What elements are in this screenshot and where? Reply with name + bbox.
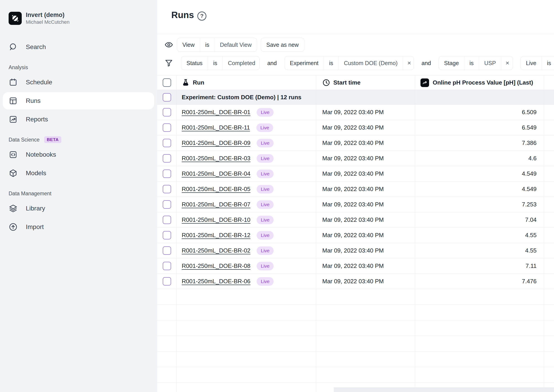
filter-chip-experiment: Experiment is Custom DOE (Demo) × <box>284 56 414 70</box>
row-checkbox[interactable] <box>163 123 171 132</box>
row-checkbox[interactable] <box>163 154 171 162</box>
ph-value-cell: 7.11 <box>415 258 544 273</box>
sidebar-item-notebooks[interactable]: Notebooks <box>3 146 154 163</box>
filter-bar: Status is Completed and Experiment is Cu… <box>164 56 554 70</box>
column-header-overflow <box>544 76 554 90</box>
group-checkbox[interactable] <box>163 93 171 102</box>
empty-table-row <box>157 367 554 383</box>
table-body: R001-250mL_DOE-BR-01 Live Mar 09, 2022 0… <box>157 105 554 392</box>
run-link[interactable]: R001-250mL_DOE-BR-02 <box>182 247 250 254</box>
start-time-cell: Mar 09, 2022 03:40 PM <box>316 120 415 135</box>
table-row: R001-250mL_DOE-BR-12 Live Mar 09, 2022 0… <box>157 228 554 243</box>
filter-field[interactable]: Status <box>181 56 208 70</box>
column-header-start-time[interactable]: Start time <box>316 76 415 90</box>
row-checkbox[interactable] <box>163 169 171 178</box>
run-link[interactable]: R001-250mL_DOE-BR-08 <box>182 262 250 269</box>
sidebar-item-search[interactable]: Search <box>3 38 154 56</box>
table-row: R001-250mL_DOE-BR-08 Live Mar 09, 2022 0… <box>157 258 554 274</box>
sidebar-item-schedule[interactable]: Schedule <box>3 74 154 91</box>
table-row: R001-250mL_DOE-BR-10 Live Mar 09, 2022 0… <box>157 212 554 228</box>
help-icon[interactable]: ? <box>197 12 206 21</box>
row-checkbox[interactable] <box>163 139 171 147</box>
live-badge: Live <box>257 231 273 240</box>
calendar-icon <box>9 78 18 87</box>
org-name: Invert (demo) <box>26 11 70 19</box>
filter-field[interactable]: Live <box>521 56 541 70</box>
view-field[interactable]: View <box>177 38 200 52</box>
ph-value-cell: 4.55 <box>415 228 544 243</box>
run-link[interactable]: R001-250mL_DOE-BR-09 <box>182 140 250 147</box>
sidebar-item-import[interactable]: Import <box>3 218 154 236</box>
start-time-cell: Mar 09, 2022 03:40 PM <box>316 274 415 289</box>
ph-value-cell: 7.04 <box>415 212 544 227</box>
row-checkbox[interactable] <box>163 185 171 193</box>
sidebar-item-runs[interactable]: Runs <box>3 92 154 109</box>
trend-icon <box>420 78 429 87</box>
run-link[interactable]: R001-250mL_DOE-BR-05 <box>182 186 250 193</box>
runs-table: Run Start time Online pH Process Value [… <box>157 75 554 392</box>
live-badge: Live <box>257 185 273 194</box>
live-badge: Live <box>257 108 273 117</box>
search-icon <box>9 42 18 52</box>
view-operator[interactable]: is <box>200 38 215 52</box>
start-time-cell: Mar 09, 2022 03:40 PM <box>316 258 415 273</box>
start-time-cell: Mar 09, 2022 03:40 PM <box>316 212 415 227</box>
filter-operator[interactable]: is <box>541 56 554 70</box>
section-label-data-management: Data Management <box>0 190 157 197</box>
sidebar-item-models[interactable]: Models <box>3 165 154 182</box>
eye-icon <box>164 40 173 49</box>
select-all-checkbox[interactable] <box>163 78 171 87</box>
row-checkbox[interactable] <box>163 231 171 239</box>
filter-chip-status: Status is Completed <box>181 56 259 70</box>
filter-field[interactable]: Experiment <box>285 56 324 70</box>
row-checkbox[interactable] <box>163 262 171 270</box>
row-checkbox[interactable] <box>163 246 171 255</box>
live-badge: Live <box>257 139 273 147</box>
invert-logo-icon <box>9 12 22 25</box>
empty-table-row <box>157 336 554 351</box>
code-icon <box>9 150 18 159</box>
user-name: Michael McCutchen <box>26 19 70 26</box>
filter-value[interactable]: USP <box>479 56 501 70</box>
ph-value-cell: 7.476 <box>415 274 544 289</box>
row-checkbox[interactable] <box>163 216 171 224</box>
view-chip: View is Default View <box>177 38 257 52</box>
sidebar-item-label: Search <box>26 43 46 51</box>
remove-filter-icon[interactable]: × <box>501 56 513 70</box>
run-link[interactable]: R001-250mL_DOE-BR-01 <box>182 109 250 116</box>
filter-value[interactable]: Custom DOE (Demo) <box>338 56 403 70</box>
run-link[interactable]: R001-250mL_DOE-BR-06 <box>182 278 250 285</box>
section-label-analysis: Analysis <box>0 64 157 71</box>
row-checkbox[interactable] <box>163 200 171 209</box>
column-header-run[interactable]: Run <box>177 76 316 90</box>
horizontal-scrollbar[interactable] <box>334 387 554 392</box>
row-checkbox[interactable] <box>163 108 171 116</box>
column-header-ph[interactable]: Online pH Process Value [pH] (Last) <box>415 76 544 90</box>
run-link[interactable]: R001-250mL_DOE-BR-11 <box>182 124 250 131</box>
filter-field[interactable]: Stage <box>439 56 464 70</box>
table-row: R001-250mL_DOE-BR-01 Live Mar 09, 2022 0… <box>157 105 554 120</box>
start-time-cell: Mar 09, 2022 03:40 PM <box>316 105 415 120</box>
filter-operator[interactable]: is <box>208 56 223 70</box>
sidebar-item-library[interactable]: Library <box>3 200 154 217</box>
live-badge: Live <box>257 277 273 286</box>
run-link[interactable]: R001-250mL_DOE-BR-10 <box>182 216 250 223</box>
filter-operator[interactable]: is <box>464 56 479 70</box>
filter-operator[interactable]: is <box>324 56 338 70</box>
live-badge: Live <box>257 246 273 255</box>
row-checkbox[interactable] <box>163 277 171 286</box>
ph-value-cell: 4.6 <box>415 151 544 166</box>
filter-funnel-icon <box>164 59 173 68</box>
sidebar-item-reports[interactable]: Notebooks Reports <box>3 111 154 128</box>
main-content: Runs ? View is Default View Save as new … <box>157 0 554 392</box>
run-link[interactable]: R001-250mL_DOE-BR-12 <box>182 232 250 239</box>
run-link[interactable]: R001-250mL_DOE-BR-07 <box>182 201 250 208</box>
ph-value-cell: 4.55 <box>415 243 544 258</box>
org-switcher[interactable]: Invert (demo) Michael McCutchen <box>0 10 157 27</box>
run-link[interactable]: R001-250mL_DOE-BR-04 <box>182 170 250 177</box>
remove-filter-icon[interactable]: × <box>403 56 414 70</box>
view-value[interactable]: Default View <box>215 38 257 52</box>
run-link[interactable]: R001-250mL_DOE-BR-03 <box>182 155 250 162</box>
filter-value[interactable]: Completed <box>223 56 259 70</box>
save-as-new-button[interactable]: Save as new <box>261 38 304 52</box>
